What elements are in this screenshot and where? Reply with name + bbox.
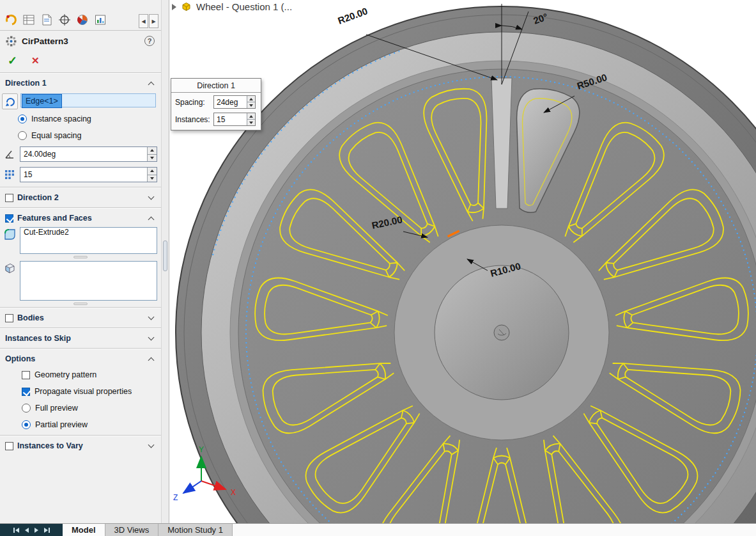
tab-bar-filler <box>233 524 756 536</box>
callout-spacing-row: Spacing: 24deg <box>171 93 261 110</box>
graphics-viewport[interactable]: Wheel - Question 1 (... <box>169 0 756 523</box>
z-axis-label: Z <box>173 493 178 502</box>
equal-spacing-option[interactable]: Equal spacing <box>0 127 161 144</box>
count-increase-button[interactable] <box>148 168 157 175</box>
group-header-options[interactable]: Options <box>0 351 161 367</box>
group-header-direction2[interactable]: Direction 2 <box>0 190 161 205</box>
list-resize-handle[interactable] <box>73 303 88 305</box>
faces-to-pattern-row <box>0 260 161 301</box>
full-preview-radio[interactable] <box>22 404 31 413</box>
group-header-instances-to-vary[interactable]: Instances to Vary <box>0 438 161 453</box>
angle-decrease-button[interactable] <box>148 154 157 162</box>
chevron-down-icon <box>148 194 155 200</box>
callout-spacing-input[interactable]: 24deg <box>213 95 256 109</box>
partial-preview-option[interactable]: Partial preview <box>0 416 161 433</box>
origin-target-icon[interactable] <box>56 12 73 28</box>
document-title: Wheel - Question 1 (... <box>196 1 292 12</box>
chevron-up-icon <box>148 216 155 223</box>
callout-instances-down-button[interactable] <box>247 119 255 125</box>
ok-button[interactable]: ✓ <box>8 54 17 68</box>
angle-icon <box>3 147 17 161</box>
direction1-callout: Direction 1 Spacing: 24deg Instances: 15 <box>171 78 261 130</box>
previous-pane-button[interactable] <box>25 528 29 533</box>
x-axis-label: X <box>231 488 236 497</box>
propagate-visual-option[interactable]: Propagate visual properties <box>0 383 161 400</box>
group-header-instances-to-skip[interactable]: Instances to Skip <box>0 331 161 346</box>
wheel-model[interactable] <box>176 6 756 523</box>
panel-nav-forward-button[interactable]: ▶ <box>149 14 158 28</box>
divider <box>0 307 161 308</box>
confirm-bar: ✓ ✕ <box>0 51 161 70</box>
features-and-faces-checkbox[interactable] <box>5 214 13 223</box>
callout-instances-up-button[interactable] <box>247 113 255 119</box>
geometry-pattern-option[interactable]: Geometry pattern <box>0 367 161 383</box>
circular-pattern-icon <box>5 35 17 47</box>
section-pie-icon[interactable] <box>74 12 91 28</box>
y-axis-label: Y <box>199 445 204 454</box>
breadcrumb[interactable]: Wheel - Question 1 (... <box>172 1 292 12</box>
instances-to-vary-checkbox[interactable] <box>5 442 13 450</box>
angle-input[interactable]: 24.00deg <box>20 146 157 162</box>
last-pane-button[interactable] <box>44 528 50 533</box>
equal-spacing-radio[interactable] <box>18 131 27 140</box>
divider <box>0 187 161 188</box>
callout-spacing-up-button[interactable] <box>247 96 255 102</box>
z-axis-arrow <box>183 481 201 493</box>
divider <box>0 207 161 209</box>
callout-instances-input[interactable]: 15 <box>213 113 256 126</box>
count-decrease-button[interactable] <box>148 175 157 182</box>
cancel-button[interactable]: ✕ <box>31 55 40 67</box>
selected-edge-item[interactable]: Edge<1> <box>22 94 62 108</box>
instance-spacing-radio[interactable] <box>18 114 27 123</box>
direction2-checkbox[interactable] <box>5 194 13 202</box>
splitter-handle[interactable] <box>163 240 167 271</box>
first-pane-button[interactable] <box>13 528 19 533</box>
propagate-visual-checkbox[interactable] <box>22 388 30 396</box>
features-to-pattern-row: Cut-Extrude2 <box>0 226 161 254</box>
divider <box>0 435 161 436</box>
tab-model[interactable]: Model <box>63 524 105 536</box>
faces-list-box[interactable] <box>20 261 157 301</box>
direction-selection-box[interactable]: Edge<1> <box>20 93 156 107</box>
chevron-up-icon <box>148 81 155 88</box>
instance-spacing-option[interactable]: Instance spacing <box>0 111 161 127</box>
bodies-checkbox[interactable] <box>5 314 13 322</box>
breadcrumb-expand-icon[interactable] <box>172 4 176 10</box>
solidworks-logo-icon[interactable] <box>3 12 19 28</box>
drawing-sheet-icon[interactable] <box>38 12 55 28</box>
divider <box>0 72 161 74</box>
group-header-direction1[interactable]: Direction 1 <box>0 75 161 91</box>
partial-preview-radio[interactable] <box>22 420 31 429</box>
help-icon[interactable]: ? <box>144 36 155 46</box>
tab-motion-study-1[interactable]: Motion Study 1 <box>158 524 233 536</box>
geometry-pattern-checkbox[interactable] <box>22 371 30 379</box>
page-title: CirPattern3 <box>22 36 68 46</box>
part-document-icon <box>181 1 192 12</box>
direction1-selection-row: Edge<1> <box>0 91 161 111</box>
chevron-down-icon <box>148 314 155 320</box>
instance-count-row: 15 <box>0 164 161 185</box>
center-mark-icon <box>494 325 509 340</box>
panel-nav-back-button[interactable]: ◀ <box>139 14 148 28</box>
bom-table-icon[interactable] <box>20 12 37 28</box>
panel-splitter[interactable] <box>161 0 169 523</box>
pattern-axis-icon <box>2 93 18 109</box>
property-manager-panel: ◀ ▶ CirPattern3 ? ✓ ✕ Direction 1 Edge<1… <box>0 0 161 523</box>
chevron-down-icon <box>148 335 155 341</box>
tab-3d-views[interactable]: 3D Views <box>105 524 159 536</box>
chart-sheet-icon[interactable] <box>92 12 109 28</box>
callout-spacing-down-button[interactable] <box>247 102 255 108</box>
group-header-features-and-faces[interactable]: Features and Faces <box>0 210 161 226</box>
angle-increase-button[interactable] <box>148 147 157 154</box>
group-header-bodies[interactable]: Bodies <box>0 310 161 326</box>
chevron-up-icon <box>148 357 155 363</box>
instance-count-input[interactable]: 15 <box>20 167 157 182</box>
full-preview-option[interactable]: Full preview <box>0 400 161 416</box>
radius-dimension-top[interactable]: R20.00 <box>336 5 369 26</box>
faces-to-pattern-icon <box>3 261 17 275</box>
features-list-box[interactable]: Cut-Extrude2 <box>20 227 157 254</box>
next-pane-button[interactable] <box>35 528 38 533</box>
list-resize-handle[interactable] <box>73 256 88 258</box>
panel-toolbar: ◀ ▶ <box>0 0 161 31</box>
feature-list-item[interactable]: Cut-Extrude2 <box>20 226 72 238</box>
